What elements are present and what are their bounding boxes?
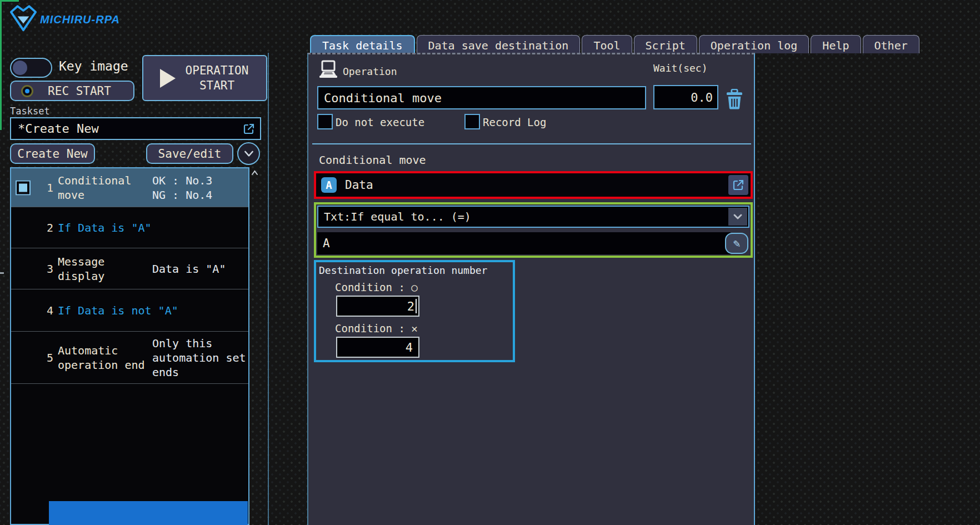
operation-label: Operation <box>343 66 397 77</box>
task-number: 5 <box>42 351 53 364</box>
laptop-icon <box>318 60 339 80</box>
collapse-chevron-button[interactable] <box>237 142 260 165</box>
operation-start-label: OPERATION START <box>184 63 250 93</box>
record-log-checkbox[interactable] <box>464 114 480 129</box>
trash-icon <box>726 89 743 110</box>
do-not-execute-checkbox[interactable] <box>317 114 333 129</box>
create-new-button[interactable]: Create New <box>10 143 95 164</box>
pencil-icon: ✎ <box>733 237 741 250</box>
tab-tool[interactable]: Tool <box>582 35 632 53</box>
window-accent-left <box>0 0 2 130</box>
tab-label: Help <box>822 39 849 52</box>
taskset-input[interactable]: *Create New <box>10 117 261 140</box>
brand-name: MICHIRU-RPA <box>40 13 120 26</box>
task-checkbox-checked[interactable] <box>16 180 31 195</box>
save-edit-label: Save/edit <box>158 147 222 161</box>
tab-label: Script <box>646 39 686 52</box>
task-details-panel: Operation Wait(sec) Conditional move 0.0… <box>307 53 755 525</box>
save-edit-button[interactable]: Save/edit <box>146 143 233 164</box>
task-detail-line: OK : No.3 <box>152 173 253 188</box>
task-row-3[interactable]: 3 Message display Data is "A" <box>11 248 248 289</box>
taskset-label: Taskset <box>10 106 50 117</box>
condition-ok-label: Condition : ○ <box>335 281 418 293</box>
task-row-2[interactable]: 2 If Data is "A" <box>11 207 248 248</box>
operation-name-input[interactable]: Conditional move <box>317 86 646 109</box>
record-icon <box>21 85 33 97</box>
michiru-rpa-window: MICHIRU-RPA Key image REC START OPERATIO… <box>0 0 980 525</box>
condition-type-value: Txt:If equal to... (=) <box>324 210 471 223</box>
task-detail: Only this automation set ends <box>152 336 253 379</box>
external-link-icon <box>732 178 745 192</box>
task-number: 1 <box>42 181 53 194</box>
task-title: Automatic operation end <box>58 343 153 372</box>
rec-start-button[interactable]: REC START <box>10 81 134 101</box>
task-detail: Data is "A" <box>152 262 253 276</box>
condition-ng-input[interactable]: 4 <box>336 337 419 358</box>
tab-script[interactable]: Script <box>634 35 697 53</box>
tab-label: Operation log <box>711 39 798 52</box>
tab-label: Data save destination <box>428 39 569 52</box>
condition-ok-value: 2 <box>407 299 414 313</box>
condition-ok-input[interactable]: 2 <box>336 296 419 317</box>
tab-data-save-destination[interactable]: Data save destination <box>417 35 581 53</box>
edit-condition-button[interactable]: ✎ <box>725 233 748 254</box>
task-row-4[interactable]: 4 If Data is not "A" <box>11 289 248 332</box>
condition-ng-value: 4 <box>406 341 413 354</box>
data-variable-name: Data <box>345 178 373 192</box>
toggle-knob <box>13 61 27 75</box>
section-divider <box>312 143 751 144</box>
chevron-up-icon <box>252 171 257 174</box>
taskset-external-link-icon[interactable] <box>241 121 257 137</box>
rec-start-label: REC START <box>33 84 126 98</box>
tab-help[interactable]: Help <box>811 35 861 53</box>
taskset-value: *Create New <box>18 122 99 136</box>
bottom-partial-panel <box>49 501 248 525</box>
task-number: 4 <box>42 304 53 317</box>
task-list: 1 Conditional move OK : No.3 NG : No.4 2… <box>10 167 249 525</box>
variable-type-badge: A <box>321 177 337 193</box>
operation-name-value: Conditional move <box>324 91 442 105</box>
wait-sec-input[interactable]: 0.0 <box>653 85 718 109</box>
tab-operation-log[interactable]: Operation log <box>699 35 809 53</box>
key-image-toggle[interactable] <box>10 58 52 78</box>
chevron-down-icon <box>733 213 743 220</box>
condition-settings-group: Txt:If equal to... (=) A ✎ <box>314 202 753 258</box>
task-title: If Data is "A" <box>58 221 241 235</box>
condition-type-dropdown[interactable]: Txt:If equal to... (=) <box>317 206 749 228</box>
task-list-scrollbar[interactable] <box>251 167 259 525</box>
checkbox-fill <box>19 183 27 192</box>
detail-tabbar: Task details Data save destination Tool … <box>310 34 919 53</box>
data-variable-field[interactable]: A Data <box>314 171 753 199</box>
destination-title: Destination operation number <box>319 264 487 276</box>
tab-label: Tool <box>593 39 620 52</box>
key-image-label: Key image <box>59 59 128 73</box>
delete-operation-button[interactable] <box>724 88 745 111</box>
dropdown-button[interactable] <box>728 208 747 226</box>
tab-label: Other <box>874 39 908 52</box>
data-external-link-button[interactable] <box>728 175 748 195</box>
wait-sec-value: 0.0 <box>691 91 713 104</box>
edge-tick <box>0 272 4 274</box>
condition-value: A <box>323 237 330 250</box>
task-title: Message display <box>58 254 153 283</box>
task-number: 3 <box>42 262 53 276</box>
do-not-execute-label: Do not execute <box>336 116 424 128</box>
task-title: Conditional move <box>58 173 153 202</box>
tab-other[interactable]: Other <box>863 35 919 53</box>
section-title: Conditional move <box>319 153 426 167</box>
task-title: If Data is not "A" <box>58 303 241 318</box>
wait-sec-label: Wait(sec) <box>653 62 708 74</box>
text-cursor <box>416 299 417 313</box>
destination-operation-group: Destination operation number Condition :… <box>314 260 515 362</box>
tab-label: Task details <box>322 39 403 52</box>
task-detail-line: NG : No.4 <box>152 188 253 202</box>
condition-value-input[interactable]: A <box>317 232 731 254</box>
create-new-label: Create New <box>17 147 87 161</box>
panel-splitter[interactable] <box>268 53 269 525</box>
task-row-5[interactable]: 5 Automatic operation end Only this auto… <box>11 332 248 384</box>
michiru-logo-icon <box>9 3 38 32</box>
condition-ng-label: Condition : ✕ <box>335 322 418 334</box>
task-row-1[interactable]: 1 Conditional move OK : No.3 NG : No.4 <box>11 168 248 207</box>
tab-task-details[interactable]: Task details <box>310 35 415 53</box>
operation-start-button[interactable]: OPERATION START <box>142 55 267 101</box>
